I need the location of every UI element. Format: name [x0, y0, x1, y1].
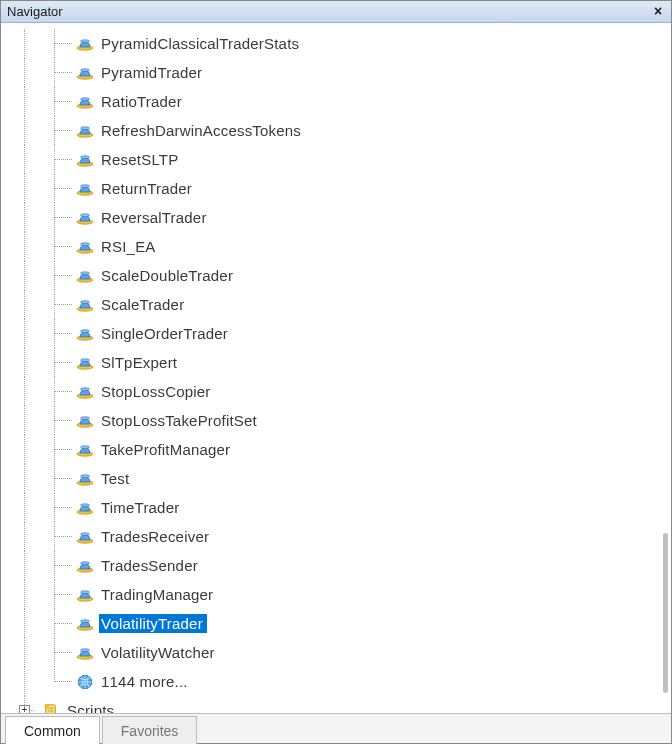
tab-common[interactable]: Common	[5, 716, 100, 744]
tree-item[interactable]: 1144 more...	[1, 667, 671, 696]
globe-icon	[75, 672, 95, 692]
tree-item[interactable]: TimeTrader	[1, 493, 671, 522]
tree-item[interactable]: ResetSLTP	[1, 145, 671, 174]
tree-guides: +	[1, 696, 41, 713]
expert-hat-icon	[75, 527, 95, 547]
tree-item[interactable]: TradesReceiver	[1, 522, 671, 551]
expert-hat-icon	[75, 469, 95, 489]
tree-guides	[1, 232, 75, 261]
tree-item-label: PyramidClassicalTraderStats	[99, 34, 303, 53]
tree-item[interactable]: VolatilityTrader	[1, 609, 671, 638]
expert-hat-icon	[75, 556, 95, 576]
tree-item-label: ScaleDoubleTrader	[99, 266, 237, 285]
expert-hat-icon	[75, 382, 95, 402]
tree-guides	[1, 580, 75, 609]
tree-item[interactable]: SingleOrderTrader	[1, 319, 671, 348]
tree-item-label: ReturnTrader	[99, 179, 196, 198]
tree-item-label: ResetSLTP	[99, 150, 182, 169]
tree-item-label: TakeProfitManager	[99, 440, 234, 459]
tree-guides	[1, 145, 75, 174]
navigator-window: Navigator × PyramidClassicalTraderStatsP…	[0, 0, 672, 744]
tree-item-label: Scripts	[65, 701, 118, 713]
expert-hat-icon	[75, 614, 95, 634]
tree-item[interactable]: PyramidTrader	[1, 58, 671, 87]
tree-guides	[1, 609, 75, 638]
expert-hat-icon	[75, 121, 95, 141]
expert-hat-icon	[75, 585, 95, 605]
tree-guides	[1, 464, 75, 493]
tree-item[interactable]: RatioTrader	[1, 87, 671, 116]
tree-guides	[1, 667, 75, 696]
tree-item[interactable]: ScaleTrader	[1, 290, 671, 319]
tree-guides	[1, 174, 75, 203]
tree-item[interactable]: ReversalTrader	[1, 203, 671, 232]
expert-hat-icon	[75, 324, 95, 344]
expert-hat-icon	[75, 411, 95, 431]
tree-item-label: TimeTrader	[99, 498, 183, 517]
expert-hat-icon	[75, 295, 95, 315]
tree-item-label: RatioTrader	[99, 92, 186, 111]
expert-hat-icon	[75, 63, 95, 83]
tree-guides	[1, 290, 75, 319]
tab-favorites[interactable]: Favorites	[102, 716, 198, 744]
tree-item-label: Test	[99, 469, 133, 488]
tree-item-label: VolatilityTrader	[99, 614, 207, 633]
tree-item[interactable]: ReturnTrader	[1, 174, 671, 203]
expert-hat-icon	[75, 150, 95, 170]
tree-item[interactable]: VolatilityWatcher	[1, 638, 671, 667]
tree-item[interactable]: TakeProfitManager	[1, 435, 671, 464]
tree-item[interactable]: ScaleDoubleTrader	[1, 261, 671, 290]
navigator-tree[interactable]: PyramidClassicalTraderStatsPyramidTrader…	[1, 23, 671, 713]
tree-guides	[1, 348, 75, 377]
tree-guides	[1, 87, 75, 116]
tree-guides	[1, 203, 75, 232]
tree-guides	[1, 493, 75, 522]
expert-hat-icon	[75, 266, 95, 286]
tree-item-label: TradingManager	[99, 585, 217, 604]
tree-item-label: RSI_EA	[99, 237, 160, 256]
tree-item-label: PyramidTrader	[99, 63, 206, 82]
tree-item-label: 1144 more...	[99, 672, 192, 691]
close-button[interactable]: ×	[649, 4, 667, 20]
tree-item[interactable]: Test	[1, 464, 671, 493]
tree-item-label: StopLossTakeProfitSet	[99, 411, 261, 430]
tab-favorites-label: Favorites	[121, 723, 179, 739]
tree-guides	[1, 406, 75, 435]
tree-item[interactable]: PyramidClassicalTraderStats	[1, 29, 671, 58]
expand-toggle[interactable]: +	[19, 705, 30, 713]
tree-item-label: StopLossCopier	[99, 382, 215, 401]
tree-item-scripts[interactable]: +Scripts	[1, 696, 671, 713]
tree-item-label: ReversalTrader	[99, 208, 211, 227]
tree-item[interactable]: StopLossTakeProfitSet	[1, 406, 671, 435]
tree-item[interactable]: TradesSender	[1, 551, 671, 580]
tree-guides	[1, 551, 75, 580]
tab-common-label: Common	[24, 723, 81, 739]
tree-item-label: RefreshDarwinAccessTokens	[99, 121, 305, 140]
tree-guides	[1, 29, 75, 58]
tree-item-label: TradesSender	[99, 556, 202, 575]
tree-item[interactable]: TradingManager	[1, 580, 671, 609]
expert-hat-icon	[75, 353, 95, 373]
tree-guides	[1, 261, 75, 290]
tree-item-label: SlTpExpert	[99, 353, 181, 372]
tree-guides	[1, 116, 75, 145]
titlebar: Navigator ×	[1, 1, 671, 23]
tree-guides	[1, 522, 75, 551]
content-area: PyramidClassicalTraderStatsPyramidTrader…	[1, 23, 671, 713]
expert-hat-icon	[75, 643, 95, 663]
tree-item[interactable]: SlTpExpert	[1, 348, 671, 377]
tree-item[interactable]: StopLossCopier	[1, 377, 671, 406]
window-title: Navigator	[7, 4, 63, 19]
tree-item-label: SingleOrderTrader	[99, 324, 232, 343]
tree-item-label: ScaleTrader	[99, 295, 188, 314]
expert-hat-icon	[75, 237, 95, 257]
tree-item[interactable]: RefreshDarwinAccessTokens	[1, 116, 671, 145]
tree-guides	[1, 319, 75, 348]
scrollbar-thumb[interactable]	[663, 533, 668, 693]
expert-hat-icon	[75, 498, 95, 518]
tree-item[interactable]: RSI_EA	[1, 232, 671, 261]
tree-guides	[1, 638, 75, 667]
tree-guides	[1, 58, 75, 87]
expert-hat-icon	[75, 208, 95, 228]
tree-guides	[1, 377, 75, 406]
